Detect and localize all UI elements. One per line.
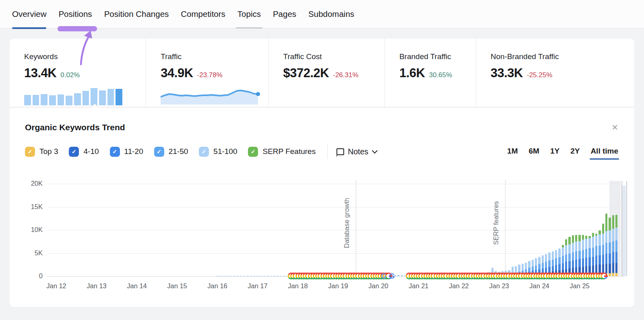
legend-divider: [327, 144, 328, 159]
legend-checkbox-11-20[interactable]: ✓11-20: [110, 147, 143, 157]
note-flag-icon: [336, 148, 344, 155]
range-label: 2Y: [570, 147, 580, 155]
metric-label: Branded Traffic: [399, 52, 469, 61]
range-1y[interactable]: 1Y: [550, 147, 559, 156]
tab-competitors[interactable]: Competitors: [181, 0, 225, 28]
metric-value: 13.4K: [24, 66, 56, 80]
time-range-selector: 1M6M1Y2YAll time: [507, 147, 618, 156]
legend-checkbox-serp-features[interactable]: ✓SERP Features: [248, 147, 316, 157]
sparkline-end-dot: [256, 92, 260, 96]
metric-label: Traffic: [161, 52, 261, 61]
legend-label: 51-100: [213, 147, 237, 156]
range-1m[interactable]: 1M: [507, 147, 518, 156]
tab-label: Topics: [237, 9, 261, 19]
tab-topics[interactable]: Topics: [237, 0, 261, 28]
range-label: All time: [590, 147, 618, 155]
active-range-underline: [590, 158, 619, 160]
legend-checkbox-51-100[interactable]: ✓51-100: [199, 147, 237, 157]
mini-bar: [33, 95, 39, 105]
range-6m[interactable]: 6M: [528, 147, 539, 156]
notes-label: Notes: [348, 147, 368, 156]
tab-position-changes[interactable]: Position Changes: [104, 0, 169, 28]
legend-checkbox-21-50[interactable]: ✓21-50: [154, 147, 188, 157]
notes-dropdown[interactable]: Notes: [336, 147, 377, 156]
metric-keywords[interactable]: Keywords13.4K0.02%: [10, 39, 146, 107]
mini-bar: [116, 89, 122, 105]
mini-bar: [107, 89, 114, 105]
metric-change: 30.65%: [429, 71, 452, 79]
tab-label: Positions: [58, 9, 92, 19]
mini-bar: [74, 93, 81, 105]
metric-value: 1.6K: [399, 66, 425, 80]
metric-change: 0.02%: [60, 71, 80, 79]
range-label: 1M: [507, 147, 518, 155]
mini-bar: [91, 88, 97, 105]
tab-label: Position Changes: [104, 9, 169, 19]
keywords-mini-bar-chart: [24, 86, 138, 106]
mini-bar: [66, 96, 72, 105]
tab-label: Pages: [273, 9, 296, 19]
range-2y[interactable]: 2Y: [570, 147, 580, 156]
checkbox-icon: ✓: [25, 147, 35, 157]
range-label: 1Y: [550, 147, 559, 155]
legend-label: 4-10: [83, 147, 99, 156]
checkbox-icon: ✓: [69, 147, 79, 157]
tab-overview[interactable]: Overview: [12, 0, 46, 28]
hover-tab-underline: [236, 27, 262, 29]
tab-label: Overview: [12, 9, 46, 19]
metric-non-branded-traffic[interactable]: Non-Branded Traffic33.3K-25.25%: [476, 39, 634, 107]
legend-checkbox-4-10[interactable]: ✓4-10: [69, 147, 99, 157]
tab-positions[interactable]: Positions: [58, 0, 92, 28]
legend-label: SERP Features: [262, 147, 316, 156]
mini-bar: [58, 94, 64, 105]
metric-value: $372.2K: [283, 66, 329, 80]
legend-label: 21-50: [169, 147, 188, 156]
metric-label: Non-Branded Traffic: [491, 52, 627, 61]
legend-row: ✓Top 3✓4-10✓11-20✓21-50✓51-100✓SERP Feat…: [10, 144, 634, 159]
metric-value: 33.3K: [491, 66, 523, 80]
mini-bar: [41, 94, 47, 105]
metric-traffic-cost[interactable]: Traffic Cost$372.2K-26.31%: [268, 39, 385, 107]
tabs: OverviewPositionsPosition ChangesCompeti…: [0, 0, 644, 28]
mini-bar: [49, 95, 56, 105]
metric-traffic[interactable]: Traffic34.9K-23.78%: [146, 39, 268, 107]
metric-change: -26.31%: [333, 71, 358, 79]
metric-label: Traffic Cost: [283, 52, 378, 61]
traffic-sparkline: [161, 86, 261, 106]
metric-value: 34.9K: [161, 66, 193, 80]
range-label: 6M: [528, 147, 539, 155]
mini-bar: [24, 95, 31, 105]
annotation-highlight-bar: [58, 26, 97, 31]
tab-subdomains[interactable]: Subdomains: [308, 0, 354, 28]
legend-label: 11-20: [124, 147, 143, 156]
tab-label: Competitors: [181, 9, 225, 19]
checkbox-icon: ✓: [110, 147, 120, 157]
mini-bar: [83, 91, 89, 105]
trend-section-title: Organic Keywords Trend: [25, 123, 125, 132]
sparkline-svg: [161, 86, 262, 106]
tab-label: Subdomains: [308, 9, 354, 19]
legend-checkbox-top-3[interactable]: ✓Top 3: [25, 147, 58, 157]
checkbox-icon: ✓: [199, 147, 209, 157]
metrics-divider: [10, 107, 634, 107]
active-tab-underline: [12, 27, 46, 29]
metric-label: Keywords: [24, 52, 138, 61]
checkbox-icon: ✓: [248, 147, 258, 157]
tab-pages[interactable]: Pages: [273, 0, 296, 28]
range-all-time[interactable]: All time: [590, 147, 618, 156]
metric-change: -25.25%: [527, 71, 552, 79]
tab-bar: OverviewPositionsPosition ChangesCompeti…: [0, 0, 644, 29]
overview-card: Keywords13.4K0.02%Traffic34.9K-23.78%Tra…: [10, 39, 634, 307]
mini-bar: [99, 90, 106, 105]
close-icon[interactable]: ✕: [611, 123, 618, 131]
checkbox-icon: ✓: [154, 147, 164, 157]
legend-label: Top 3: [39, 147, 58, 156]
chevron-down-icon: [372, 148, 378, 153]
metric-change: -23.78%: [197, 71, 223, 79]
metric-branded-traffic[interactable]: Branded Traffic1.6K30.65%: [384, 39, 476, 107]
metrics-row: Keywords13.4K0.02%Traffic34.9K-23.78%Tra…: [10, 39, 634, 107]
